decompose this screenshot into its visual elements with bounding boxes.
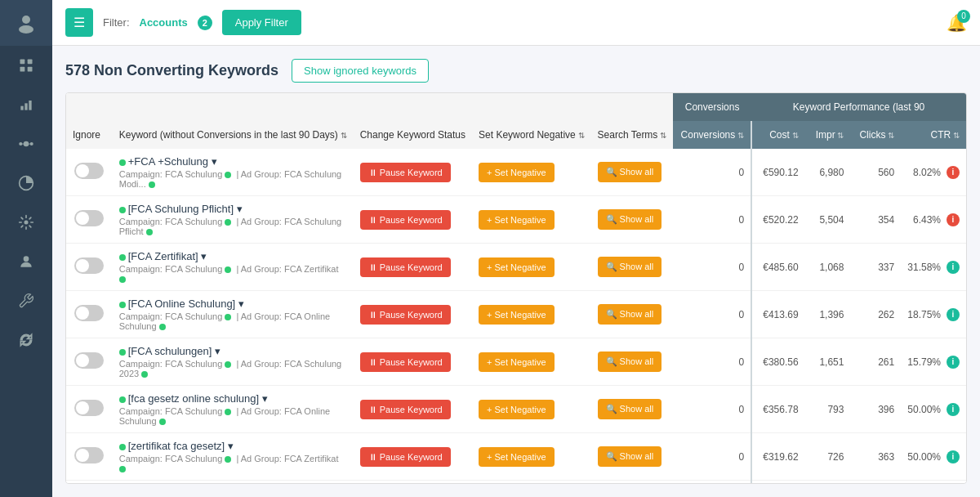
sidebar-item-connections[interactable] [0, 124, 52, 163]
keyword-name-2: [FCA Zertifikat] ▾ [119, 250, 347, 262]
clicks-cell-3: 262 [850, 291, 901, 338]
filter-label: Filter: [103, 16, 130, 29]
svg-point-16 [24, 256, 29, 262]
show-all-button-3[interactable]: 🔍 Show all [598, 304, 662, 325]
notification-button[interactable]: 🔔 0 [947, 13, 967, 33]
pause-btn-cell-7: ⏸ Pause Keyword [354, 481, 472, 485]
set-negative-button-4[interactable]: + Set Negative [479, 352, 554, 372]
ignore-toggle-0[interactable] [74, 163, 104, 179]
ignore-toggle-1[interactable] [74, 210, 104, 226]
ignore-toggle-5[interactable] [74, 400, 104, 416]
show-all-btn-cell-4: 🔍 Show all [591, 338, 674, 386]
set-negative-button-5[interactable]: + Set Negative [479, 400, 554, 419]
set-negative-button-1[interactable]: + Set Negative [479, 210, 554, 230]
col-change-status: Change Keyword Status [354, 121, 472, 149]
apply-filter-button[interactable]: Apply Filter [222, 10, 301, 35]
cost-cell-6: €319.62 [751, 433, 805, 481]
col-impr[interactable]: Impr [805, 121, 851, 149]
keyword-meta-3: Campaign: FCA Schulung | Ad Group: FCA O… [119, 311, 347, 331]
pause-keyword-button-0[interactable]: ⏸ Pause Keyword [360, 163, 451, 182]
sidebar-item-users[interactable] [0, 242, 52, 281]
ctr-info-icon-3[interactable]: i [947, 308, 960, 321]
keywords-table-wrapper: Conversions Keyword Performance (last 90… [65, 92, 967, 484]
negative-btn-cell-2: + Set Negative [472, 244, 591, 291]
adgroup-dot-5 [159, 419, 166, 425]
show-all-btn-cell-7: 🔍 Show all [591, 481, 674, 485]
svg-rect-7 [24, 103, 27, 110]
impr-cell-7: 1 [805, 481, 851, 485]
keyword-dot-6 [119, 444, 126, 450]
ctr-cell-5: 50.00% i [901, 386, 966, 433]
set-negative-button-0[interactable]: + Set Negative [479, 163, 554, 182]
adgroup-dot-4 [141, 371, 148, 378]
ignore-toggle-cell [66, 338, 113, 386]
sidebar-item-sync[interactable] [0, 320, 52, 360]
show-all-button-4[interactable]: 🔍 Show all [598, 351, 662, 372]
negative-btn-cell-0: + Set Negative [472, 149, 591, 196]
table-row: [FCA schulungen] ▾ Campaign: FCA Schulun… [66, 338, 966, 386]
col-keyword[interactable]: Keyword (without Conversions in the last… [113, 121, 354, 149]
ctr-info-icon-2[interactable]: i [947, 261, 960, 274]
show-all-btn-cell-1: 🔍 Show all [591, 196, 674, 244]
ignore-toggle-3[interactable] [74, 305, 104, 321]
adgroup-dot-6 [119, 466, 126, 472]
keyword-name-3: [FCA Online Schulung] ▾ [119, 298, 347, 310]
col-ctr[interactable]: CTR [901, 121, 966, 149]
keyword-cell-7: [fca zertifikat] ▾ Campaign: FCA Schulun… [113, 481, 354, 485]
set-negative-button-6[interactable]: + Set Negative [479, 447, 554, 467]
svg-point-0 [22, 16, 30, 24]
adgroup-dot-0 [149, 181, 155, 188]
sidebar-item-pie[interactable] [0, 163, 52, 203]
ctr-info-icon-5[interactable]: i [947, 403, 960, 416]
set-negative-button-3[interactable]: + Set Negative [479, 305, 554, 325]
show-all-button-5[interactable]: 🔍 Show all [598, 399, 662, 419]
ignore-toggle-6[interactable] [74, 447, 104, 463]
show-all-button-2[interactable]: 🔍 Show all [598, 257, 662, 277]
svg-point-15 [24, 221, 29, 225]
keyword-cell-5: [fca gesetz online schulung] ▾ Campaign:… [113, 386, 354, 433]
filter-value: Accounts [140, 16, 188, 29]
set-negative-button-2[interactable]: + Set Negative [479, 257, 554, 277]
negative-btn-cell-7: + Set Negative [472, 481, 591, 485]
pause-keyword-button-3[interactable]: ⏸ Pause Keyword [360, 305, 451, 325]
adgroup-dot-2 [119, 276, 126, 283]
ignore-toggle-cell [66, 433, 113, 481]
show-ignored-button[interactable]: Show ignored keywords [292, 59, 429, 83]
pause-keyword-button-2[interactable]: ⏸ Pause Keyword [360, 257, 451, 277]
sidebar-item-tools[interactable] [0, 281, 52, 320]
ctr-info-icon-6[interactable]: i [947, 450, 960, 463]
sidebar-item-settings[interactable] [0, 203, 52, 242]
pause-keyword-button-4[interactable]: ⏸ Pause Keyword [360, 352, 451, 372]
cost-cell-7: -- [751, 481, 805, 485]
main-content: ☰ Filter: Accounts 2 Apply Filter 🔔 0 57… [52, 0, 980, 497]
pause-keyword-button-1[interactable]: ⏸ Pause Keyword [360, 210, 451, 230]
ctr-cell-0: 8.02% i [901, 149, 966, 196]
header-row-group: Conversions Keyword Performance (last 90 [66, 93, 966, 121]
pause-btn-cell-0: ⏸ Pause Keyword [354, 149, 472, 196]
col-clicks[interactable]: Clicks [850, 121, 901, 149]
campaign-dot-2 [225, 266, 231, 273]
ignore-toggle-4[interactable] [74, 352, 104, 369]
ctr-info-icon-1[interactable]: i [947, 213, 960, 226]
menu-button[interactable]: ☰ [65, 8, 93, 37]
col-cost[interactable]: Cost [751, 121, 805, 149]
page-header: 578 Non Converting Keywords Show ignored… [65, 59, 967, 83]
show-all-button-0[interactable]: 🔍 Show all [598, 162, 662, 182]
ctr-info-icon-0[interactable]: i [947, 166, 960, 179]
col-conversions[interactable]: Conversions [673, 121, 751, 149]
svg-rect-8 [29, 101, 31, 110]
pause-keyword-button-6[interactable]: ⏸ Pause Keyword [360, 447, 451, 467]
show-all-button-1[interactable]: 🔍 Show all [598, 209, 662, 230]
sidebar-item-analytics[interactable] [0, 85, 52, 124]
notification-badge: 0 [957, 10, 970, 23]
ignore-toggle-2[interactable] [74, 257, 104, 274]
ctr-cell-2: 31.58% i [901, 244, 966, 291]
keyword-cell-1: [FCA Schulung Pflicht] ▾ Campaign: FCA S… [113, 196, 354, 244]
pause-keyword-button-5[interactable]: ⏸ Pause Keyword [360, 400, 451, 419]
negative-btn-cell-3: + Set Negative [472, 291, 591, 338]
show-all-button-6[interactable]: 🔍 Show all [598, 446, 662, 467]
keyword-name-6: [zertifikat fca gesetz] ▾ [119, 440, 347, 452]
sidebar-item-dashboard[interactable] [0, 46, 52, 85]
svg-rect-5 [28, 67, 33, 72]
ctr-info-icon-4[interactable]: i [947, 356, 960, 369]
